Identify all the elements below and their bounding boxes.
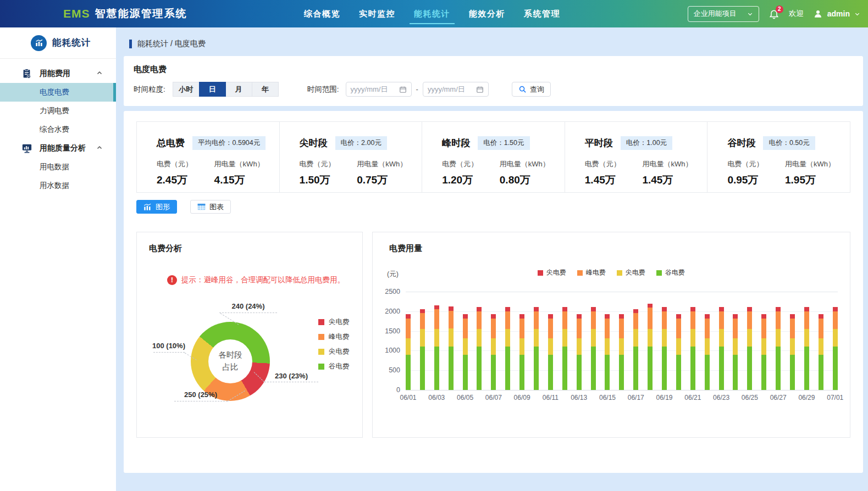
stat-card-columns: 电费（元）1.20万用电量（kWh）0.80万 <box>442 159 565 187</box>
bar-06/30[interactable] <box>819 314 823 390</box>
start-date-input[interactable]: yyyy/mm/日 <box>346 82 412 97</box>
sidebar-item-1-0[interactable]: 用电数据 <box>0 158 116 176</box>
bar-06/06[interactable] <box>477 307 482 390</box>
sidebar-item-0-0[interactable]: 电度电费 <box>0 83 116 102</box>
bar-06/26[interactable] <box>761 314 766 390</box>
bar-06/09[interactable] <box>519 314 524 390</box>
bar-06/16[interactable] <box>619 314 624 390</box>
bar-segment <box>477 329 482 347</box>
pie-slice-label-red: 230 (23%) <box>262 372 321 380</box>
query-button[interactable]: 查询 <box>512 82 551 97</box>
sidebar-item-0-1[interactable]: 力调电费 <box>0 102 116 120</box>
bar-legend-label: 尖电费 <box>546 268 566 277</box>
end-date-input[interactable]: yyyy/mm/日 <box>423 82 489 97</box>
granularity-option-1[interactable]: 日 <box>199 82 226 97</box>
bar-segment <box>804 329 809 347</box>
bar-legend-item-2[interactable]: 尖电费 <box>617 268 645 277</box>
bar-segment <box>619 355 624 390</box>
stat-card-head: 总电费平均电价：0.5904元 <box>157 136 279 150</box>
bar-06/02[interactable] <box>420 309 425 390</box>
project-select[interactable]: 企业用能项目 <box>688 6 759 22</box>
bar-06/18[interactable] <box>648 304 653 390</box>
nav-item-2[interactable]: 能耗统计 <box>414 9 450 19</box>
donut-chart[interactable]: 各时段 占比 <box>191 322 270 401</box>
pie-legend-item-1[interactable]: 峰电费 <box>318 330 350 344</box>
x-tick-label: 06/27 <box>770 394 787 401</box>
granularity-option-3[interactable]: 年 <box>252 82 279 97</box>
bar-segment <box>619 314 624 319</box>
nav-item-3[interactable]: 能效分析 <box>469 9 505 19</box>
bar-06/19[interactable] <box>662 307 667 390</box>
bar-06/27[interactable] <box>776 307 781 390</box>
granularity-option-0[interactable]: 小时 <box>173 82 200 97</box>
sidebar-group-1[interactable]: 用能质量分析 <box>0 139 116 158</box>
sidebar-item-1-1[interactable]: 用水数据 <box>0 176 116 195</box>
bar-06/14[interactable] <box>591 307 596 390</box>
bar-segment <box>591 347 596 390</box>
bar-06/07[interactable] <box>491 314 496 390</box>
bar-legend-item-3[interactable]: 谷电费 <box>656 268 685 277</box>
bar-06/29[interactable] <box>804 307 809 390</box>
y-tick-500: 500 <box>375 366 400 374</box>
bar-segment <box>534 347 539 390</box>
nav-item-0[interactable]: 综合概览 <box>304 9 340 19</box>
pie-legend-item-0[interactable]: 尖电费 <box>318 315 350 330</box>
bar-06/15[interactable] <box>605 314 610 390</box>
bar-06/13[interactable] <box>577 314 582 390</box>
bar-06/05[interactable] <box>463 314 468 390</box>
x-label-slot <box>761 394 766 401</box>
bar-06/21[interactable] <box>690 307 695 390</box>
bar-segment <box>790 355 795 390</box>
bar-06/04[interactable] <box>449 306 454 390</box>
bar-segment <box>548 314 553 319</box>
bar-segment <box>833 329 838 347</box>
bar-segment <box>804 307 809 311</box>
bar-06/24[interactable] <box>733 314 738 390</box>
bar-segment <box>747 311 752 329</box>
chart-circle-icon <box>31 35 47 51</box>
legend-swatch <box>318 349 324 355</box>
sidebar-item-0-2[interactable]: 综合水费 <box>0 120 116 139</box>
bar-06/12[interactable] <box>562 307 567 390</box>
table-icon <box>197 203 206 210</box>
bar-segment <box>420 347 425 390</box>
stat-card-price-badge: 电价：1.00元 <box>621 136 672 150</box>
bar-06/01[interactable] <box>406 314 411 390</box>
x-label-slot <box>562 394 567 401</box>
stat-fee-value: 0.95万 <box>727 173 785 187</box>
user-menu[interactable]: admin <box>813 9 860 19</box>
stat-usage-label: 用电量（kWh） <box>642 159 700 169</box>
bar-07/01[interactable] <box>833 307 838 390</box>
bar-06/08[interactable] <box>505 307 510 390</box>
y-tick-1500: 1500 <box>375 327 400 335</box>
bar-segment <box>705 319 710 338</box>
bar-06/20[interactable] <box>676 314 681 390</box>
bar-legend-item-0[interactable]: 尖电费 <box>538 268 566 277</box>
bar-chart[interactable] <box>406 292 838 390</box>
x-tick-label: 06/19 <box>656 394 673 401</box>
bar-06/17[interactable] <box>633 309 638 390</box>
stat-fee-label: 电费（元） <box>585 159 643 169</box>
bar-legend-item-1[interactable]: 峰电费 <box>577 268 606 277</box>
bar-06/23[interactable] <box>719 307 724 390</box>
bar-06/11[interactable] <box>548 314 553 390</box>
bar-06/28[interactable] <box>790 314 795 390</box>
bar-06/10[interactable] <box>534 307 539 390</box>
notification-bell[interactable]: 2 <box>769 8 779 19</box>
pie-legend-item-2[interactable]: 尖电费 <box>318 344 350 359</box>
bar-segment <box>505 347 510 390</box>
bar-06/22[interactable] <box>705 314 710 390</box>
bar-06/25[interactable] <box>747 307 752 390</box>
nav-item-1[interactable]: 实时监控 <box>359 9 395 19</box>
nav-item-4[interactable]: 系统管理 <box>524 9 560 19</box>
table-view-button[interactable]: 图表 <box>190 200 231 214</box>
pie-slice-label-orange: 250 (25%) <box>170 390 231 399</box>
granularity-option-2[interactable]: 月 <box>225 82 252 97</box>
sidebar-group-0[interactable]: 用能费用 <box>0 64 116 83</box>
pie-legend-item-3[interactable]: 谷电费 <box>318 359 350 374</box>
x-label-slot: 06/29 <box>804 394 809 401</box>
donut-center-label: 各时段 占比 <box>208 339 252 383</box>
bar-06/03[interactable] <box>434 305 439 390</box>
bar-segment <box>761 338 766 355</box>
graph-view-button[interactable]: 图形 <box>136 200 177 214</box>
